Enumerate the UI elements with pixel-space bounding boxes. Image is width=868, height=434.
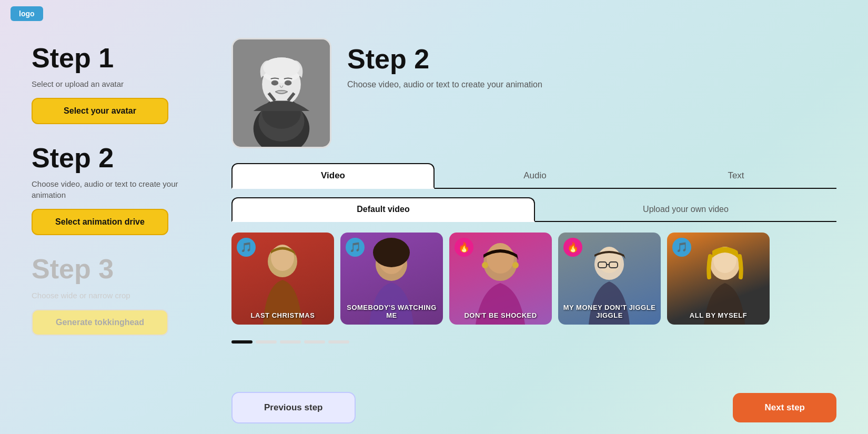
svg-point-16 [487,243,514,274]
video-card-all-by-myself[interactable]: 🎵 ALL BY MYSELF [667,233,770,325]
video-label-2: SOMEBODY'S WATCHING ME [340,304,443,319]
select-animation-drive-button[interactable]: Select animation drive [32,209,168,235]
video-card-last-christmas[interactable]: 🎵 LAST CHRISTMAS [231,233,334,325]
step2-header-text: Step 2 Choose video, audio or text to cr… [347,38,542,89]
video-card-dont-be-shocked[interactable]: 🔥 DON'T BE SHOCKED [449,233,552,325]
svg-point-9 [285,80,292,86]
content-step2-title: Step 2 [347,43,542,75]
video-card-money-jiggle[interactable]: 🔥 MY MONEY DON'T JIGGLE JIGGLE [558,233,661,325]
svg-point-14 [373,238,410,267]
main-layout: Step 1 Select or upload an avatar Select… [0,27,868,434]
dot-1 [231,340,253,344]
sub-tabs-row: Default video Upload your own video [231,197,836,222]
tab-video[interactable]: Video [231,163,435,189]
video-grid: 🎵 LAST CHRISTMAS 🎵 [231,233,836,330]
svg-point-20 [598,247,621,273]
step1-desc: Select or upload an avatar [32,78,200,89]
dot-5 [328,340,349,344]
step1-title: Step 1 [32,43,200,73]
previous-step-button[interactable]: Previous step [231,392,356,423]
top-bar: logo [0,0,868,27]
dot-2 [256,340,277,344]
select-avatar-button[interactable]: Select your avatar [32,98,168,124]
step3-block: Step 3 Choose wide or narrow crop Genera… [32,254,200,335]
sub-tab-default-video[interactable]: Default video [231,197,535,222]
step2-block: Step 2 Choose video, audio or text to cr… [32,143,200,235]
svg-point-7 [263,57,300,78]
step2-title: Step 2 [32,143,200,173]
video-label-4: MY MONEY DON'T JIGGLE JIGGLE [558,304,661,319]
content-step2-desc: Choose video, audio or text to create yo… [347,80,542,89]
logo-button[interactable]: logo [11,6,43,21]
avatar-preview [231,38,331,148]
tab-text[interactable]: Text [635,164,836,187]
step2-desc: Choose video, audio or text to create yo… [32,178,200,200]
bottom-buttons: Previous step Next step [231,387,836,423]
dot-3 [280,340,301,344]
svg-point-18 [512,262,519,268]
video-label-3: DON'T BE SHOCKED [449,311,552,319]
step1-block: Step 1 Select or upload an avatar Select… [32,43,200,124]
content-area: Step 2 Choose video, audio or text to cr… [231,38,836,423]
next-step-button[interactable]: Next step [733,393,836,422]
sub-tab-upload-video[interactable]: Upload your own video [535,198,836,220]
svg-point-8 [271,80,279,86]
video-card-somebodys-watching[interactable]: 🎵 SOMEBODY'S WATCHING ME [340,233,443,325]
tabs-row: Video Audio Text [231,163,836,189]
dot-4 [304,340,325,344]
sidebar: Step 1 Select or upload an avatar Select… [32,38,200,423]
generate-tokkinghead-button[interactable]: Generate tokkinghead [32,309,168,336]
tab-audio[interactable]: Audio [435,164,635,187]
svg-point-17 [482,262,488,268]
video-label-5: ALL BY MYSELF [667,311,770,319]
video-label-1: LAST CHRISTMAS [231,311,334,319]
content-header: Step 2 Choose video, audio or text to cr… [231,38,836,148]
progress-dots [231,340,836,344]
step3-title: Step 3 [32,254,200,284]
step3-desc: Choose wide or narrow crop [32,290,200,301]
